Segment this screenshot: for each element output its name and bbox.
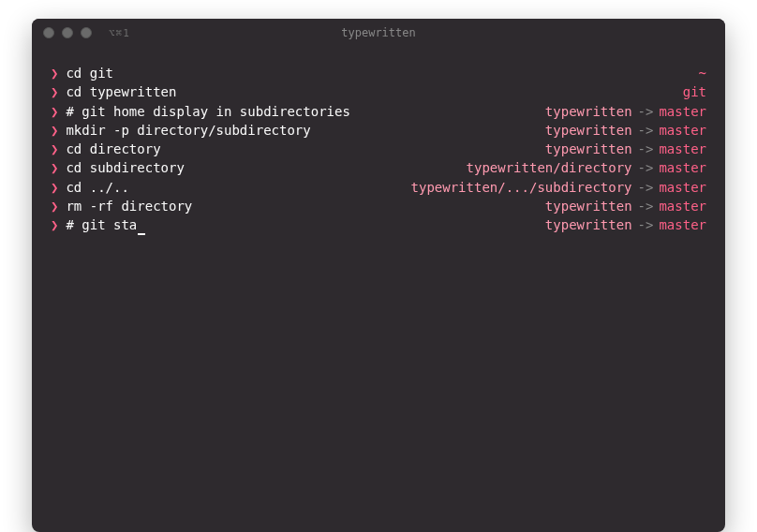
prompt-left: ❯rm -rf directory (51, 197, 192, 215)
prompt-right: typewritten->master (545, 121, 706, 140)
prompt-right: typewritten->master (545, 197, 706, 215)
command-text: # git sta (66, 215, 137, 234)
command-text: # git home display in subdirectories (66, 102, 349, 121)
prompt-symbol: ❯ (51, 121, 58, 140)
path-text: typewritten/.../subdirectory (411, 178, 632, 197)
terminal-line: ❯cd subdirectorytypewritten/directory->m… (51, 158, 706, 177)
prompt-left: ❯cd subdirectory (51, 158, 185, 177)
command-text: cd typewritten (66, 82, 176, 101)
title-bar: ⌥⌘1 typewritten (32, 19, 725, 47)
prompt-symbol: ❯ (51, 102, 58, 121)
prompt-left: ❯cd typewritten (51, 82, 176, 101)
branch-text: master (659, 102, 706, 121)
cursor (138, 215, 145, 234)
terminal-line: ❯mkdir -p directory/subdirectorytypewrit… (51, 121, 706, 140)
command-text: cd directory (66, 140, 160, 158)
prompt-right: typewritten/.../subdirectory->master (411, 178, 706, 197)
path-text: typewritten (545, 102, 632, 121)
path-text: git (683, 82, 706, 101)
path-text: typewritten/directory (467, 158, 632, 177)
branch-text: master (659, 178, 706, 197)
prompt-symbol: ❯ (51, 158, 58, 177)
prompt-symbol: ❯ (51, 82, 58, 101)
arrow-icon: -> (638, 197, 654, 215)
arrow-icon: -> (638, 158, 654, 177)
traffic-lights (43, 27, 92, 38)
command-text: mkdir -p directory/subdirectory (66, 121, 310, 140)
prompt-symbol: ❯ (51, 178, 58, 197)
branch-text: master (659, 215, 706, 234)
prompt-right: typewritten->master (545, 140, 706, 158)
terminal-line: ❯cd typewrittengit (51, 82, 706, 101)
branch-text: master (659, 121, 706, 140)
terminal-line: ❯cd git~ (51, 64, 706, 82)
branch-text: master (659, 197, 706, 215)
command-text: rm -rf directory (66, 197, 192, 215)
arrow-icon: -> (638, 215, 654, 234)
arrow-icon: -> (638, 121, 654, 140)
prompt-left: ❯cd directory (51, 140, 161, 158)
command-text: cd subdirectory (66, 158, 184, 177)
prompt-right: git (683, 82, 706, 101)
prompt-left: ❯cd ../.. (51, 178, 129, 197)
terminal-line: ❯rm -rf directorytypewritten->master (51, 197, 706, 215)
branch-text: master (659, 140, 706, 158)
terminal-line: ❯# git statypewritten->master (51, 215, 706, 234)
command-text: cd ../.. (66, 178, 128, 197)
prompt-left: ❯# git sta (51, 215, 145, 234)
terminal-window: ⌥⌘1 typewritten ❯cd git~❯cd typewritteng… (32, 19, 725, 532)
arrow-icon: -> (638, 140, 654, 158)
prompt-right: typewritten->master (545, 102, 706, 121)
close-icon[interactable] (43, 27, 54, 38)
terminal-line: ❯cd ../..typewritten/.../subdirectory->m… (51, 178, 706, 197)
tab-hint: ⌥⌘1 (109, 27, 130, 39)
window-title: typewritten (341, 26, 415, 39)
path-text: typewritten (545, 121, 632, 140)
path-text: ~ (699, 64, 706, 82)
arrow-icon: -> (638, 102, 654, 121)
prompt-right: ~ (699, 64, 706, 82)
minimize-icon[interactable] (62, 27, 73, 38)
prompt-left: ❯mkdir -p directory/subdirectory (51, 121, 311, 140)
prompt-symbol: ❯ (51, 64, 58, 82)
prompt-left: ❯# git home display in subdirectories (51, 102, 350, 121)
branch-text: master (659, 158, 706, 177)
prompt-right: typewritten->master (545, 215, 706, 234)
terminal-line: ❯cd directorytypewritten->master (51, 140, 706, 158)
prompt-symbol: ❯ (51, 197, 58, 215)
path-text: typewritten (545, 140, 632, 158)
terminal-body[interactable]: ❯cd git~❯cd typewrittengit❯# git home di… (32, 47, 725, 532)
command-text: cd git (66, 64, 113, 82)
terminal-line: ❯# git home display in subdirectoriestyp… (51, 102, 706, 121)
prompt-left: ❯cd git (51, 64, 113, 82)
path-text: typewritten (545, 215, 632, 234)
path-text: typewritten (545, 197, 632, 215)
prompt-symbol: ❯ (51, 140, 58, 158)
prompt-symbol: ❯ (51, 215, 58, 234)
zoom-icon[interactable] (81, 27, 92, 38)
prompt-right: typewritten/directory->master (467, 158, 706, 177)
arrow-icon: -> (638, 178, 654, 197)
